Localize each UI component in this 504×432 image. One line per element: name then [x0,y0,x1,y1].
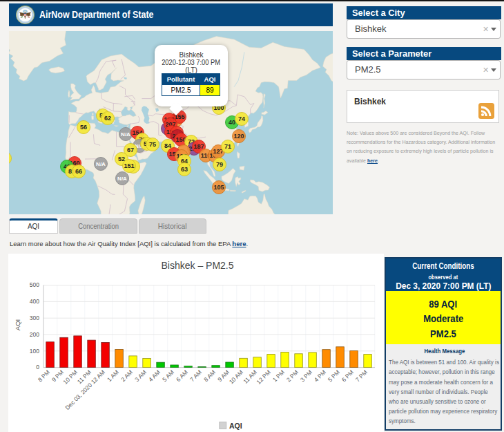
svg-text:6 AM: 6 AM [175,368,189,383]
svg-text:5 AM: 5 AM [161,368,175,383]
svg-text:187: 187 [193,143,204,150]
svg-text:120: 120 [233,133,244,140]
svg-text:79: 79 [216,161,223,168]
svg-text:N/A: N/A [117,176,127,182]
svg-text:8 PM: 8 PM [37,368,51,383]
svg-text:10 PM: 10 PM [61,368,78,385]
svg-text:0: 0 [36,364,39,370]
svg-text:N/A: N/A [121,131,130,138]
svg-text:400: 400 [30,298,39,305]
svg-text:AQI: AQI [14,319,21,330]
svg-text:2 AM: 2 AM [119,368,134,383]
svg-text:Bishkek – PM2.5: Bishkek – PM2.5 [161,260,233,271]
svg-text:200: 200 [30,331,39,338]
svg-text:75: 75 [149,141,156,148]
svg-text:300: 300 [30,314,39,321]
svg-text:3 AM: 3 AM [133,368,148,383]
svg-text:105: 105 [213,184,224,191]
svg-text:4 PM: 4 PM [313,368,327,383]
svg-text:11 AM: 11 AM [242,368,258,385]
svg-text:66: 66 [75,168,82,175]
svg-text:5 PM: 5 PM [327,368,341,383]
svg-text:12 PM: 12 PM [255,368,271,385]
svg-text:67: 67 [127,147,134,153]
svg-text:500: 500 [30,281,39,288]
svg-text:4 AM: 4 AM [147,368,162,383]
svg-text:7 AM: 7 AM [188,368,203,383]
svg-text:40: 40 [229,119,235,126]
svg-text:10 AM: 10 AM [228,368,244,385]
svg-text:AQI: AQI [229,422,242,430]
svg-text:71: 71 [224,143,231,150]
svg-text:63: 63 [181,166,188,173]
svg-text:74: 74 [238,115,245,122]
svg-text:100: 100 [30,348,39,355]
svg-text:6 PM: 6 PM [340,368,355,383]
svg-text:1 PM: 1 PM [271,368,286,383]
svg-text:2 PM: 2 PM [285,368,300,383]
svg-text:N/A: N/A [96,161,106,167]
svg-text:8 AM: 8 AM [202,368,217,383]
svg-text:56: 56 [80,124,87,131]
svg-text:84: 84 [164,142,171,149]
svg-text:3 PM: 3 PM [299,368,313,383]
svg-text:151: 151 [124,162,134,169]
svg-text:1 AM: 1 AM [106,368,120,383]
svg-text:62: 62 [104,115,111,122]
svg-text:7 PM: 7 PM [354,368,369,383]
